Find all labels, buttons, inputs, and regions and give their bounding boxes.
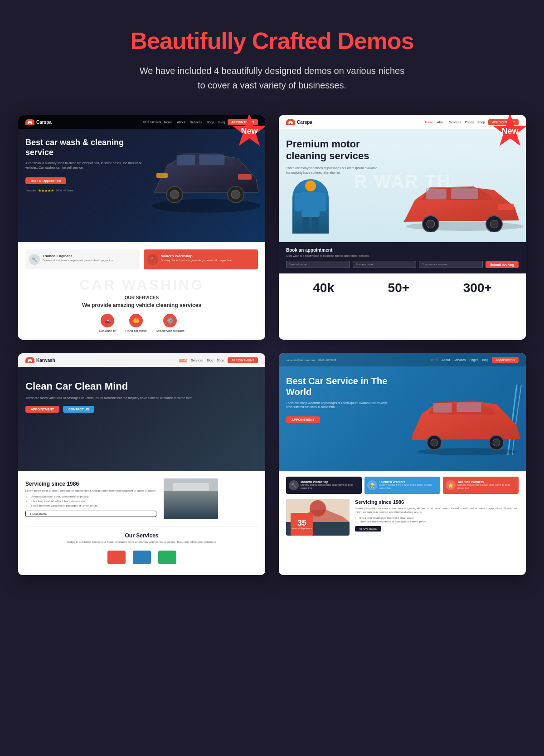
engineer-icon: 🔧 bbox=[29, 254, 40, 265]
demo2-car bbox=[399, 173, 526, 234]
svg-point-1 bbox=[31, 123, 32, 124]
demo2-logo: Carspa bbox=[286, 119, 312, 125]
demo4-about-image: 35 Years of Experience bbox=[286, 499, 350, 536]
demo4-email: car-wash@domain.com bbox=[286, 359, 315, 361]
svg-point-27 bbox=[28, 361, 29, 362]
svg-rect-26 bbox=[498, 204, 514, 210]
demo-card-1[interactable]: New Carspa 0445 432 3321 Home About Serv… bbox=[18, 115, 265, 340]
demo3-services-section: Our Services Sliding in and better desig… bbox=[25, 527, 258, 568]
demo3-cta1[interactable]: APPOINTMENT bbox=[25, 406, 59, 413]
demo4-about-text: Servicing since 1986 Lorem ipsum dolor s… bbox=[355, 499, 519, 532]
demo2-hero: Carspa Home About Services Pages Shop AP… bbox=[279, 115, 526, 242]
feat-card-1: 🔨 Modern Workshop Dummy blocks from a la… bbox=[286, 477, 362, 494]
demo-card-3[interactable]: Karwash Home Services Blog Shop APPOINTM… bbox=[18, 353, 265, 575]
svg-rect-10 bbox=[156, 173, 168, 178]
demo-card-4[interactable]: car-wash@domain.com 0445 432 3321 Home A… bbox=[279, 353, 526, 575]
form-name[interactable]: Your full name bbox=[286, 261, 350, 268]
demo3-about-text: Servicing since 1986 Lorem ipsum dolor s… bbox=[25, 481, 156, 517]
svg-rect-16 bbox=[320, 193, 326, 211]
card2-desc: Dummy blocks from a large-scale game to … bbox=[161, 259, 232, 263]
demo3-logo: Karwash bbox=[25, 357, 55, 363]
svg-point-2 bbox=[152, 199, 261, 213]
svg-point-11 bbox=[289, 123, 290, 124]
nav-about-2: About bbox=[437, 121, 445, 124]
demo-card-2[interactable]: New Carspa Home About Services Pages Sho… bbox=[279, 115, 526, 340]
svg-point-32 bbox=[197, 502, 208, 513]
svg-rect-36 bbox=[433, 403, 452, 413]
feat-2-title: Talented Workers bbox=[379, 480, 437, 483]
demo1-logo-text: Carspa bbox=[36, 120, 52, 125]
demo4-car bbox=[408, 385, 526, 457]
hand-wash-icon: 🤲 bbox=[129, 314, 143, 327]
demo4-checks: It is a long established fact that a cle… bbox=[355, 516, 519, 523]
svg-point-13 bbox=[305, 180, 316, 191]
svg-point-41 bbox=[493, 439, 500, 446]
demo4-hero-desc: There are many variations of passages of… bbox=[286, 401, 391, 409]
demo4-check-1: It is a long established fact that a cle… bbox=[355, 516, 519, 520]
nav-blog-4: Blog bbox=[482, 358, 488, 361]
demo3-services-title: Our Services bbox=[25, 532, 258, 539]
service2-label: Hand car wash bbox=[126, 329, 147, 332]
form-submit[interactable]: Submit booking bbox=[486, 261, 519, 268]
feat-2-desc: Dummy blocks from a large-scale game to … bbox=[379, 483, 437, 490]
demo1-services-title: We provide amazing vehicle cleaning serv… bbox=[25, 302, 258, 308]
demo2-hero-title: Premium motor cleaning services bbox=[286, 138, 391, 162]
nav-services-4: Services bbox=[453, 358, 466, 361]
svg-rect-30 bbox=[164, 501, 218, 519]
demo1-logo: Carspa bbox=[25, 119, 52, 125]
demo4-more-btn[interactable]: SHOW MORE bbox=[355, 526, 381, 532]
nav-pages-2: Pages bbox=[465, 121, 474, 124]
demo3-white: Servicing since 1986 Lorem ipsum dolor s… bbox=[18, 471, 265, 575]
demo1-car bbox=[147, 133, 265, 224]
demo4-about: 35 Years of Experience Servicing since 1… bbox=[286, 499, 519, 536]
demo1-card-2: 🔨 Modern Workshop Dummy blocks from a la… bbox=[144, 249, 258, 269]
demo1-service-items: 🚗 Car wash lift 🤲 Hand car wash ⚙️ Self-… bbox=[25, 314, 258, 332]
demo4-hero-cta[interactable]: APPOINTMENT bbox=[286, 416, 320, 423]
nav-about: About bbox=[177, 121, 185, 124]
demo4-about-desc: Lorem ipsum dolor sit amet, consectetur … bbox=[355, 507, 519, 514]
service-icon-2 bbox=[133, 551, 151, 564]
service-item-2: 🤲 Hand car wash bbox=[126, 314, 147, 332]
stat-1: 40k bbox=[313, 281, 334, 295]
feat-card-3: ⭐ Talented Workers Dummy blocks from a l… bbox=[443, 477, 519, 494]
svg-point-31 bbox=[174, 502, 185, 513]
demo1-logo-icon bbox=[25, 119, 34, 125]
nav-blog-3: Blog bbox=[207, 359, 213, 362]
demo3-about-title: Servicing since 1986 bbox=[25, 481, 156, 487]
workers-feat-icon: 👷 bbox=[367, 480, 377, 490]
demo3-hero-title: Clean Car Clean Mind bbox=[25, 380, 258, 392]
svg-rect-34 bbox=[173, 483, 209, 499]
demo3-nav-btn[interactable]: APPOINTMENT bbox=[228, 357, 258, 363]
demo4-check-2: There are many variations of passages of… bbox=[355, 520, 519, 523]
stat-2: 50+ bbox=[388, 281, 410, 295]
svg-point-25 bbox=[490, 220, 498, 228]
demo1-bg-text: CAR WASHING bbox=[25, 277, 258, 293]
demo4-nav: car-wash@domain.com 0445 432 3321 Home A… bbox=[279, 353, 526, 366]
nav-shop-2: Shop bbox=[477, 121, 485, 124]
demo1-hero-cta[interactable]: Book an appointment bbox=[25, 177, 66, 184]
demo1-phone: 0445 432 3321 bbox=[143, 121, 161, 123]
form-phone[interactable]: Phone number bbox=[353, 261, 417, 268]
demo4-nav-btn[interactable]: Appointments bbox=[492, 357, 519, 363]
demo3-about-image bbox=[164, 478, 218, 519]
demo2-nav-btn[interactable]: APPOINTMENT bbox=[488, 119, 519, 125]
demo4-year-sub: Years of Experience bbox=[292, 527, 312, 530]
svg-rect-14 bbox=[301, 192, 320, 217]
demo1-nav-btn[interactable]: APPOINTMENT bbox=[228, 119, 258, 125]
demo3-about-desc: Lorem ipsum dolor sit amet, consectetur … bbox=[25, 489, 156, 493]
demo1-white: 🔧 Trained Engineer Dummy blocks from a l… bbox=[18, 242, 265, 340]
page-header: Beautifully Crafted Demos We have includ… bbox=[130, 27, 413, 93]
service-item-3: ⚙️ Self-service facilities bbox=[155, 314, 184, 332]
nav-blog: Blog bbox=[219, 121, 225, 124]
demos-grid: New Carspa 0445 432 3321 Home About Serv… bbox=[18, 115, 526, 575]
demo2-stats: 40k 50+ 300+ bbox=[279, 273, 526, 302]
form-location[interactable]: Your service location bbox=[419, 261, 483, 268]
demo4-feature-cards: 🔨 Modern Workshop Dummy blocks from a la… bbox=[286, 477, 519, 494]
demo2-booking: Book an appointment A car wash is a faci… bbox=[279, 242, 526, 273]
demo1-nav: Carspa 0445 432 3321 Home About Services… bbox=[18, 115, 265, 129]
demo3-cta2[interactable]: CONTACT US bbox=[63, 406, 94, 413]
demo3-more-btn[interactable]: READ MORE bbox=[25, 511, 156, 517]
demo3-btns: APPOINTMENT CONTACT US bbox=[25, 406, 258, 413]
workshop-feat-icon: 🔨 bbox=[289, 480, 299, 490]
svg-point-23 bbox=[427, 220, 435, 228]
